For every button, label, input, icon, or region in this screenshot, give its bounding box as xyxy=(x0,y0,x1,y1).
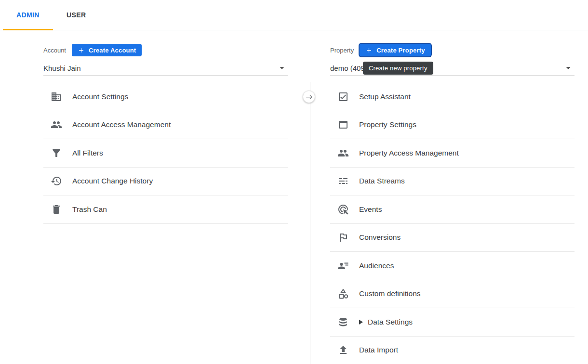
collapse-column-button[interactable] xyxy=(303,91,315,103)
trash-icon xyxy=(51,204,62,215)
upload-icon xyxy=(337,344,349,356)
setup-assistant-icon xyxy=(337,91,349,103)
account-access-management-label: Account Access Management xyxy=(72,120,171,129)
account-selector[interactable]: Khushi Jain xyxy=(43,61,288,76)
account-label: Account xyxy=(43,47,66,54)
audiences-icon xyxy=(337,260,349,272)
chevron-down-icon xyxy=(563,63,574,73)
property-label: Property xyxy=(330,47,354,54)
filter-icon xyxy=(51,147,62,159)
plus-icon xyxy=(78,47,85,54)
arrow-right-icon xyxy=(306,93,313,101)
events-label: Events xyxy=(359,205,382,214)
all-filters-item[interactable]: All Filters xyxy=(43,139,288,168)
tab-user[interactable]: USER xyxy=(53,0,100,30)
data-streams-item[interactable]: Data Streams xyxy=(330,168,575,196)
tab-bar: ADMIN USER xyxy=(0,0,588,30)
account-access-management-item[interactable]: Account Access Management xyxy=(43,111,288,140)
create-property-tooltip: Create new property xyxy=(363,62,433,75)
people-icon xyxy=(337,147,349,159)
data-import-item[interactable]: Data Import xyxy=(330,337,575,364)
building-icon xyxy=(51,91,62,103)
create-property-button[interactable]: Create Property xyxy=(360,44,431,56)
account-selector-value: Khushi Jain xyxy=(43,64,81,72)
data-streams-label: Data Streams xyxy=(359,177,405,185)
create-account-label: Create Account xyxy=(89,47,136,54)
account-settings-item[interactable]: Account Settings xyxy=(43,83,288,111)
account-header: Account Create Account xyxy=(43,44,288,56)
property-header: Property Create Property xyxy=(330,44,575,56)
property-settings-item[interactable]: Property Settings xyxy=(330,111,575,140)
data-settings-label: Data Settings xyxy=(359,318,413,326)
history-icon xyxy=(51,175,62,187)
flag-icon xyxy=(337,232,349,243)
plus-icon xyxy=(365,47,373,54)
audiences-label: Audiences xyxy=(359,261,394,270)
tab-user-label: USER xyxy=(67,11,86,19)
all-filters-label: All Filters xyxy=(72,149,103,157)
column-divider xyxy=(310,82,310,364)
analytics-admin-page: ADMIN USER Account Create Account Khushi… xyxy=(0,0,588,364)
setup-assistant-label: Setup Assistant xyxy=(359,92,411,101)
tab-admin[interactable]: ADMIN xyxy=(3,0,53,30)
property-column: Property Create Property demo (4099 Setu… xyxy=(330,44,575,364)
property-settings-icon xyxy=(337,119,349,130)
tooltip-text: Create new property xyxy=(369,65,428,72)
property-access-management-label: Property Access Management xyxy=(359,149,459,157)
custom-definitions-label: Custom definitions xyxy=(359,289,421,298)
tab-admin-label: ADMIN xyxy=(16,11,40,19)
custom-definitions-icon xyxy=(337,288,349,299)
data-streams-icon xyxy=(337,175,349,187)
account-change-history-item[interactable]: Account Change History xyxy=(43,168,288,196)
custom-definitions-item[interactable]: Custom definitions xyxy=(330,280,575,309)
events-icon xyxy=(337,204,349,215)
property-access-management-item[interactable]: Property Access Management xyxy=(330,139,575,168)
events-item[interactable]: Events xyxy=(330,195,575,224)
expand-arrow-icon[interactable] xyxy=(359,320,363,325)
trash-can-item[interactable]: Trash Can xyxy=(43,195,288,224)
trash-can-label: Trash Can xyxy=(72,205,107,214)
data-import-label: Data Import xyxy=(359,346,398,354)
conversions-item[interactable]: Conversions xyxy=(330,224,575,252)
audiences-item[interactable]: Audiences xyxy=(330,252,575,280)
account-menu-list: Account Settings Account Access Manageme… xyxy=(43,83,288,224)
setup-assistant-item[interactable]: Setup Assistant xyxy=(330,83,575,111)
create-property-label: Create Property xyxy=(376,47,425,54)
people-icon xyxy=(51,119,62,130)
create-account-button[interactable]: Create Account xyxy=(72,44,142,56)
data-settings-item[interactable]: Data Settings xyxy=(330,308,575,337)
property-menu-list: Setup Assistant Property Settings Proper… xyxy=(330,83,575,364)
account-settings-label: Account Settings xyxy=(72,92,128,101)
account-change-history-label: Account Change History xyxy=(72,177,153,185)
chevron-down-icon xyxy=(277,63,287,73)
database-icon xyxy=(337,316,349,328)
conversions-label: Conversions xyxy=(359,233,401,242)
account-column: Account Create Account Khushi Jain Accou… xyxy=(43,44,288,224)
property-settings-label: Property Settings xyxy=(359,120,416,129)
